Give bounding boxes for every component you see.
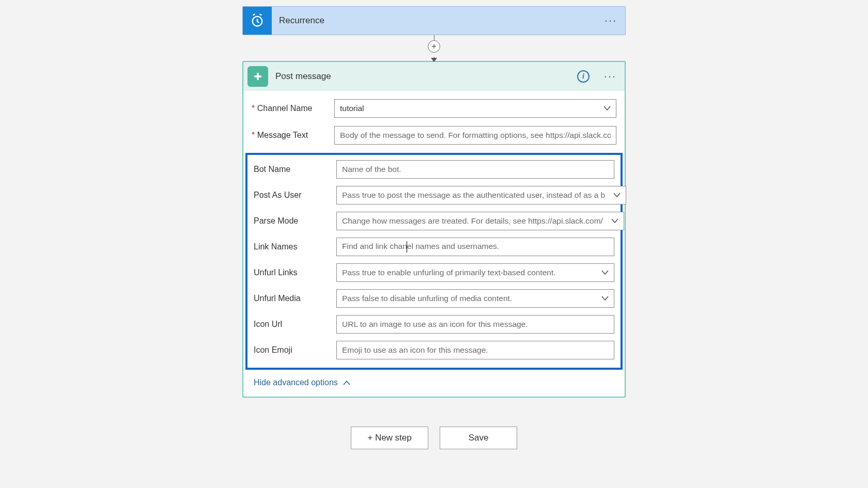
post-message-title: Post message	[272, 71, 577, 82]
chevron-down-icon	[601, 296, 609, 301]
unfurl-links-select[interactable]: Pass true to enable unfurling of primari…	[336, 263, 614, 282]
icon-url-label: Icon Url	[254, 320, 336, 329]
message-text-input[interactable]	[334, 126, 616, 145]
advanced-options-highlight: Bot Name Post As User Pass true to post …	[245, 153, 623, 370]
bottom-actions: + New step Save	[242, 427, 626, 449]
recurrence-title: Recurrence	[272, 7, 596, 35]
icon-emoji-label: Icon Emoji	[254, 345, 336, 355]
chevron-down-icon	[601, 270, 609, 275]
unfurl-media-label: Unfurl Media	[254, 294, 336, 303]
icon-url-input[interactable]	[336, 315, 614, 334]
chevron-down-icon	[611, 218, 618, 224]
link-names-input[interactable]: Find and link chanel names and usernames…	[336, 238, 614, 256]
icon-emoji-input[interactable]	[336, 341, 614, 359]
post-message-card: Post message i ··· * Channel Name tutori…	[242, 61, 626, 398]
post-message-menu-button[interactable]: ···	[599, 70, 622, 83]
chevron-down-icon	[613, 193, 621, 198]
new-step-button[interactable]: + New step	[351, 427, 428, 449]
post-as-user-label: Post As User	[254, 191, 336, 200]
post-message-header[interactable]: Post message i ···	[243, 62, 625, 91]
svg-rect-2	[257, 73, 259, 81]
recurrence-menu-button[interactable]: ···	[596, 7, 625, 35]
post-message-body: * Channel Name tutorial * Message Text	[243, 91, 625, 397]
recurrence-card[interactable]: Recurrence ···	[242, 6, 626, 35]
chevron-up-icon	[343, 378, 350, 387]
connector: +	[242, 35, 626, 61]
channel-name-select[interactable]: tutorial	[334, 99, 616, 118]
flow-canvas: Recurrence ··· + Post message i ···	[242, 6, 626, 449]
parse-mode-label: Parse Mode	[254, 216, 336, 226]
parse-mode-select[interactable]: Change how messages are treated. For det…	[336, 212, 624, 230]
unfurl-links-label: Unfurl Links	[254, 268, 336, 277]
link-names-label: Link Names	[254, 242, 336, 251]
bot-name-input[interactable]	[336, 160, 614, 179]
add-step-inline-button[interactable]: +	[428, 40, 440, 53]
unfurl-media-select[interactable]: Pass false to disable unfurling of media…	[336, 289, 614, 308]
info-icon[interactable]: i	[577, 70, 590, 83]
hide-advanced-options-link[interactable]: Hide advanced options	[254, 378, 350, 387]
clock-icon	[243, 7, 272, 35]
save-button[interactable]: Save	[440, 427, 517, 449]
slack-icon	[247, 66, 268, 87]
arrow-down-icon	[431, 58, 437, 62]
bot-name-label: Bot Name	[254, 165, 336, 174]
post-as-user-select[interactable]: Pass true to post the message as the aut…	[336, 186, 626, 204]
chevron-down-icon	[603, 106, 611, 111]
message-text-label: * Message Text	[252, 131, 334, 140]
channel-name-label: * Channel Name	[252, 104, 334, 113]
